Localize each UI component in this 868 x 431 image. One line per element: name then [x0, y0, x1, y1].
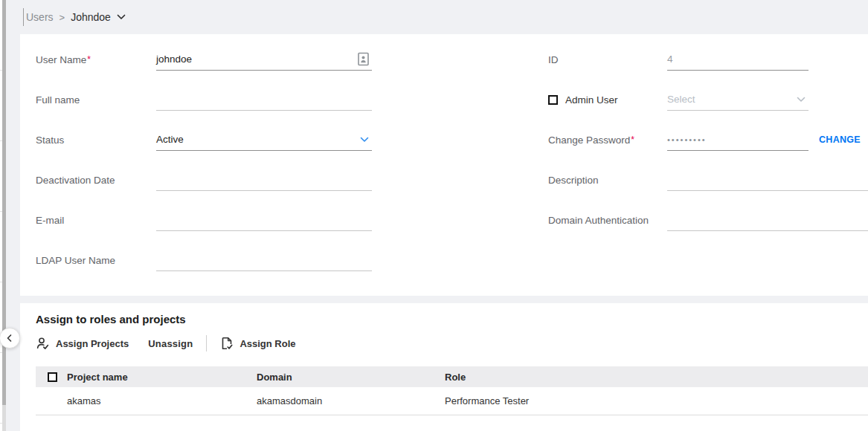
form-row-deactivation-date: Deactivation Date — [36, 160, 393, 200]
admin-user-select[interactable]: Select — [667, 88, 808, 111]
collapse-panel-button[interactable] — [0, 328, 20, 349]
email-label: E-mail — [36, 215, 156, 226]
fullname-label: Full name — [36, 94, 156, 106]
assign-roles-projects-card: Assign to roles and projects Assign Proj… — [20, 303, 868, 431]
vertical-scrollbar[interactable] — [2, 0, 6, 431]
form-row-domain-authentication: Domain Authentication — [548, 200, 868, 240]
form-row-id: ID 4 — [548, 39, 868, 80]
breadcrumb-current-label: Johndoe — [71, 11, 111, 23]
chevron-down-icon — [797, 97, 806, 103]
id-input: 4 — [667, 48, 808, 71]
column-header-domain[interactable]: Domain — [257, 372, 445, 383]
ldap-username-input[interactable] — [156, 249, 372, 271]
breadcrumb-users-link[interactable]: Users — [26, 11, 54, 23]
column-header-role[interactable]: Role — [445, 372, 868, 383]
change-password-label: Change Password* — [548, 135, 667, 146]
assign-role-label: Assign Role — [239, 338, 295, 349]
required-marker: * — [87, 54, 91, 65]
form-right-column: ID 4 Admin User Select Change Pa — [548, 39, 868, 240]
cell-domain: akamasdomain — [257, 395, 445, 406]
ldap-username-label: LDAP User Name — [36, 255, 156, 266]
chevron-down-icon — [360, 137, 369, 143]
unassign-label: Unassign — [148, 338, 193, 349]
description-label: Description — [548, 175, 667, 186]
breadcrumb-separator: > — [60, 12, 65, 23]
description-input[interactable] — [667, 169, 868, 191]
breadcrumb: Users > Johndoe — [20, 0, 868, 34]
assign-role-icon — [220, 337, 234, 350]
domain-authentication-label: Domain Authentication — [548, 215, 667, 226]
user-detail-form-card: User Name* johndoe Full name Status Acti… — [20, 34, 868, 296]
password-input[interactable]: ••••••••• — [667, 129, 808, 151]
assign-role-button[interactable]: Assign Role — [220, 337, 295, 350]
form-row-fullname: Full name — [36, 80, 393, 120]
header-checkbox-cell — [36, 372, 67, 382]
cell-role: Performance Tester — [445, 395, 868, 406]
assign-projects-icon — [36, 337, 50, 350]
assign-section-title: Assign to roles and projects — [36, 313, 868, 325]
form-left-column: User Name* johndoe Full name Status Acti… — [36, 39, 393, 280]
unassign-button[interactable]: Unassign — [148, 338, 193, 349]
status-label: Status — [36, 135, 156, 146]
status-select[interactable]: Active — [156, 129, 372, 151]
form-row-username: User Name* johndoe — [36, 39, 393, 80]
deactivation-date-label: Deactivation Date — [36, 175, 156, 186]
table-row[interactable]: akamas akamasdomain Performance Tester — [36, 387, 868, 415]
column-header-project-name[interactable]: Project name — [67, 372, 257, 383]
form-row-change-password: Change Password* ••••••••• CHANGE — [548, 120, 868, 160]
left-rail — [0, 0, 20, 431]
form-row-status: Status Active — [36, 120, 393, 160]
admin-user-checkbox[interactable] — [548, 95, 558, 105]
breadcrumb-current-dropdown[interactable]: Johndoe — [71, 11, 126, 23]
domain-authentication-input[interactable] — [667, 209, 868, 231]
form-row-description: Description — [548, 160, 868, 200]
assign-projects-label: Assign Projects — [56, 338, 129, 349]
text-caret — [23, 8, 24, 26]
form-row-email: E-mail — [36, 200, 393, 240]
assign-toolbar: Assign Projects Unassign Assign Role — [36, 333, 868, 354]
deactivation-date-input[interactable] — [156, 169, 372, 191]
change-password-button[interactable]: CHANGE — [819, 135, 861, 145]
assign-projects-button[interactable]: Assign Projects — [36, 337, 129, 350]
fullname-input[interactable] — [156, 88, 372, 111]
select-all-checkbox[interactable] — [48, 372, 57, 382]
chevron-left-icon — [5, 334, 14, 343]
form-row-ldap-username: LDAP User Name — [36, 240, 393, 280]
cell-project-name: akamas — [67, 395, 257, 406]
projects-roles-table: Project name Domain Role akamas akamasdo… — [36, 366, 868, 415]
required-marker: * — [631, 135, 634, 145]
username-input[interactable]: johndoe — [156, 48, 372, 71]
user-badge-icon — [358, 52, 369, 66]
email-input[interactable] — [156, 209, 372, 231]
form-row-admin-user: Admin User Select — [548, 80, 868, 120]
admin-user-label: Admin User — [548, 94, 667, 106]
chevron-down-icon — [111, 14, 126, 20]
id-label: ID — [548, 54, 667, 65]
username-label: User Name* — [36, 54, 156, 65]
table-header-row: Project name Domain Role — [36, 366, 868, 387]
toolbar-divider — [206, 335, 207, 351]
